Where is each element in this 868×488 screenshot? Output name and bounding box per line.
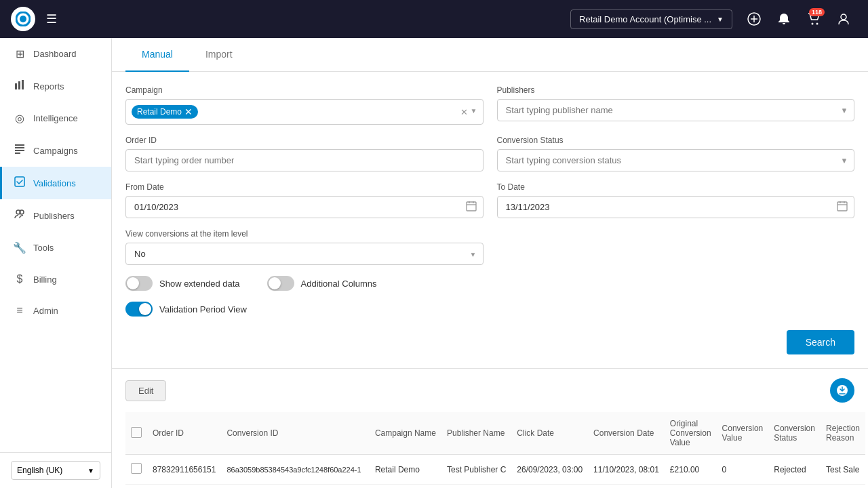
app-body: ⊞ Dashboard Reports ◎ Intelligence Campa… [0, 38, 868, 488]
account-dropdown-icon: ▼ [717, 16, 724, 23]
form-row-2: Order ID Conversion Status ▼ [125, 136, 854, 171]
sidebar-item-billing[interactable]: $ Billing [0, 264, 111, 295]
cell-campaign-name: Retail Demo [370, 455, 441, 485]
account-selector[interactable]: Retail Demo Account (Optimise ... ▼ [570, 9, 732, 29]
form-row-3: From Date To Date [125, 182, 854, 218]
svg-rect-15 [15, 177, 24, 186]
additional-columns-label: Additional Columns [301, 279, 377, 289]
sidebar-item-reports[interactable]: Reports [0, 70, 111, 102]
conversion-status-input[interactable] [497, 149, 855, 171]
additional-columns-toggle[interactable] [267, 276, 294, 291]
from-date-wrapper [125, 196, 484, 218]
download-icon [836, 384, 848, 396]
form-row-1: Campaign Retail Demo ✕ ✕ ▼ Publishers [125, 85, 854, 125]
bell-icon [777, 12, 791, 26]
publishers-input[interactable] [497, 99, 855, 121]
additional-columns-toggle-row: Additional Columns [267, 276, 377, 291]
download-button[interactable] [830, 378, 854, 403]
sidebar-item-intelligence[interactable]: ◎ Intelligence [0, 102, 111, 134]
view-conversions-group: View conversions at the item level No Ye… [125, 229, 484, 265]
cell-rejection-reason: Test Sale [821, 455, 865, 485]
tabs-bar: Manual Import [112, 38, 868, 72]
cell-conversion-id: cc21d53f49024a1bbfe0646a9c14f94a-1 [221, 485, 369, 489]
select-all-checkbox[interactable] [131, 427, 142, 438]
sidebar: ⊞ Dashboard Reports ◎ Intelligence Campa… [0, 38, 112, 488]
sidebar-item-admin[interactable]: ≡ Admin [0, 295, 111, 326]
brand-area: ☰ [11, 7, 562, 31]
menu-toggle-button[interactable]: ☰ [41, 9, 62, 29]
clear-icon[interactable]: ✕ [460, 107, 468, 117]
view-conversions-wrapper: No Yes [125, 243, 484, 265]
cell-conversion-value: 0 [717, 455, 769, 485]
spacer-group [497, 229, 855, 265]
lang-dropdown-icon: ▼ [87, 467, 94, 474]
svg-point-5 [812, 23, 814, 25]
tab-import[interactable]: Import [189, 38, 249, 72]
table-row: 45630143593161 cc21d53f49024a1bbfe0646a9… [125, 485, 865, 489]
svg-point-1 [20, 16, 26, 22]
sidebar-item-dashboard[interactable]: ⊞ Dashboard [0, 38, 111, 70]
sidebar-label-billing: Billing [33, 274, 57, 285]
add-button[interactable] [741, 5, 768, 33]
language-label: English (UK) [17, 466, 62, 475]
from-date-input[interactable] [125, 196, 484, 218]
sidebar-item-campaigns[interactable]: Campaigns [0, 134, 111, 167]
view-conversions-label: View conversions at the item level [125, 229, 484, 239]
search-button[interactable]: Search [787, 330, 854, 354]
cart-button[interactable]: 118 [800, 5, 827, 33]
svg-rect-10 [22, 80, 24, 89]
conversion-status-wrapper: ▼ [497, 149, 855, 171]
to-date-input[interactable] [497, 196, 855, 218]
user-button[interactable] [830, 5, 857, 33]
cell-conversion-date: 11/10/2023, 08:01 [588, 455, 665, 485]
show-extended-toggle-row: Show extended data [125, 276, 240, 291]
col-publisher-name: Publisher Name [441, 412, 511, 455]
dropdown-arrow-icon[interactable]: ▼ [471, 107, 477, 117]
row-checkbox[interactable] [131, 463, 142, 474]
billing-icon: $ [13, 273, 26, 285]
col-click-date: Click Date [511, 412, 588, 455]
sidebar-label-reports: Reports [33, 81, 64, 92]
validation-period-toggle[interactable] [125, 302, 153, 317]
cell-order-id: 45630143593161 [147, 485, 221, 489]
cell-original-conversion-value: £210.00 [665, 485, 717, 489]
svg-rect-8 [15, 83, 17, 89]
tab-manual[interactable]: Manual [125, 38, 189, 72]
sidebar-label-campaigns: Campaigns [33, 146, 78, 156]
svg-rect-9 [18, 81, 20, 89]
sidebar-label-validations: Validations [33, 178, 76, 188]
col-rejection-reason: RejectionReason [821, 412, 865, 455]
show-extended-label: Show extended data [159, 279, 240, 289]
campaign-input[interactable]: Retail Demo ✕ ✕ ▼ [125, 99, 484, 125]
campaign-group: Campaign Retail Demo ✕ ✕ ▼ [125, 85, 484, 125]
notification-button[interactable] [770, 5, 797, 33]
order-id-input[interactable] [125, 149, 484, 171]
col-order-id: Order ID [147, 412, 221, 455]
sidebar-item-tools[interactable]: 🔧 Tools [0, 232, 111, 264]
validation-period-toggle-row: Validation Period View [125, 302, 854, 317]
sidebar-item-publishers[interactable]: Publishers [0, 199, 111, 232]
view-conversions-select[interactable]: No Yes [125, 243, 484, 265]
sidebar-item-validations[interactable]: Validations [0, 167, 111, 199]
row-checkbox-cell [125, 485, 147, 489]
sidebar-label-intelligence: Intelligence [33, 113, 78, 123]
col-conversion-date: Conversion Date [588, 412, 665, 455]
navbar-actions: 118 [741, 5, 857, 33]
svg-rect-11 [15, 144, 24, 146]
publishers-icon [13, 209, 26, 222]
to-date-group: To Date [497, 182, 855, 218]
publishers-input-wrapper: ▼ [497, 99, 855, 121]
cell-rejection-reason: Test Sale [821, 485, 865, 489]
to-date-label: To Date [497, 182, 855, 192]
language-selector[interactable]: English (UK) ▼ [11, 461, 100, 480]
edit-button[interactable]: Edit [125, 380, 166, 401]
show-extended-toggle[interactable] [125, 276, 153, 291]
col-campaign-name: Campaign Name [370, 412, 441, 455]
chip-close-button[interactable]: ✕ [184, 107, 193, 117]
order-id-group: Order ID [125, 136, 484, 171]
cell-publisher-name: Test Publisher C [441, 455, 511, 485]
cell-conversion-id: 86a3059b85384543a9cfc1248f60a224-1 [221, 455, 369, 485]
svg-rect-13 [15, 150, 24, 151]
validation-period-label: Validation Period View [159, 304, 247, 314]
cell-click-date: 26/09/2023, 03:00 [511, 485, 588, 489]
